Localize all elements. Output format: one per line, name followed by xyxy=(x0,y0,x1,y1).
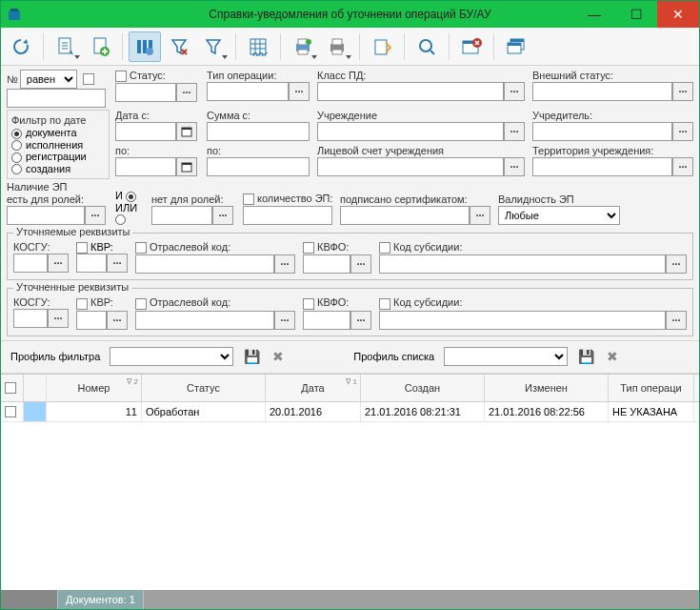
table-row[interactable]: 11Обработан20.01.201621.01.2016 08:21:31… xyxy=(1,402,699,422)
grid-view-button[interactable]: 999.99 xyxy=(242,31,274,62)
g1-otr-checkbox[interactable] xyxy=(135,242,147,254)
status-input[interactable] xyxy=(115,83,176,102)
status-checkbox[interactable] xyxy=(115,71,127,82)
ep-count-checkbox[interactable] xyxy=(243,193,254,205)
new-document-button[interactable] xyxy=(84,31,116,62)
status-browse-button[interactable]: ··· xyxy=(176,83,197,102)
datefrom-input[interactable] xyxy=(115,122,176,141)
sumto-input[interactable] xyxy=(207,157,310,176)
filter-button[interactable] xyxy=(197,31,230,62)
g2-kosgu-browse[interactable]: ··· xyxy=(48,309,69,328)
g1-kvr-browse[interactable]: ··· xyxy=(107,254,128,273)
uchr-input[interactable] xyxy=(317,122,504,141)
sumfrom-input[interactable] xyxy=(207,122,310,141)
g2-kvr-input[interactable] xyxy=(76,311,107,330)
g1-kvfo-checkbox[interactable] xyxy=(303,242,314,254)
list-profile-select[interactable] xyxy=(444,347,568,366)
row-checkbox[interactable] xyxy=(5,406,16,417)
date-reg-radio[interactable] xyxy=(11,152,22,163)
column-header[interactable]: Статус xyxy=(142,375,266,401)
g1-ksub-browse[interactable]: ··· xyxy=(666,254,687,274)
g1-otr-input[interactable] xyxy=(135,254,274,274)
windows-button[interactable] xyxy=(500,31,532,62)
print2-button[interactable] xyxy=(321,31,353,62)
dateto-input[interactable] xyxy=(115,157,176,176)
column-header[interactable]: Тип операци xyxy=(609,375,694,401)
datefrom-cal-button[interactable] xyxy=(176,122,197,141)
number-checkbox[interactable] xyxy=(83,73,94,85)
classpd-input[interactable] xyxy=(317,82,504,101)
g2-kvfo-browse[interactable]: ··· xyxy=(350,311,371,330)
dateto-cal-button[interactable] xyxy=(176,157,197,176)
select-all-checkbox[interactable] xyxy=(5,382,16,394)
column-header[interactable]: Номер∇ 2 xyxy=(47,375,142,401)
g2-otr-input[interactable] xyxy=(135,311,274,330)
g1-ksub-checkbox[interactable] xyxy=(379,242,390,254)
optype-browse-button[interactable]: ··· xyxy=(289,82,310,101)
number-input[interactable] xyxy=(7,89,106,108)
terr-input[interactable] xyxy=(532,157,672,176)
g2-kvfo-input[interactable] xyxy=(303,311,350,330)
list-profile-delete-button[interactable]: ✖ xyxy=(604,348,621,365)
filter-clear-button[interactable] xyxy=(163,31,195,62)
g1-kvr-checkbox[interactable] xyxy=(76,242,88,254)
g2-ksub-checkbox[interactable] xyxy=(379,298,390,310)
uchred-input[interactable] xyxy=(532,122,672,141)
optype-input[interactable] xyxy=(207,82,289,101)
and-radio[interactable] xyxy=(126,192,136,202)
signed-cert-input[interactable] xyxy=(340,206,470,225)
ep-yes-input[interactable] xyxy=(7,206,85,225)
document-button[interactable] xyxy=(50,31,82,62)
extstatus-browse-button[interactable]: ··· xyxy=(672,82,693,101)
date-exec-radio[interactable] xyxy=(11,140,22,151)
ep-yes-browse-button[interactable]: ··· xyxy=(85,206,106,225)
close-button[interactable]: ✕ xyxy=(657,1,699,28)
ep-count-input[interactable] xyxy=(243,206,332,225)
column-header[interactable]: Дата∇ 1 xyxy=(266,375,361,401)
filter-profile-delete-button[interactable]: ✖ xyxy=(270,348,287,365)
g2-otr-browse[interactable]: ··· xyxy=(274,311,295,330)
or-radio[interactable] xyxy=(115,214,126,225)
uchred-browse-button[interactable]: ··· xyxy=(672,122,693,141)
column-header[interactable]: Изменен xyxy=(485,375,609,401)
g2-kvfo-checkbox[interactable] xyxy=(303,298,314,310)
export-button[interactable] xyxy=(366,31,398,62)
date-create-radio[interactable] xyxy=(11,164,22,174)
g2-kvr-checkbox[interactable] xyxy=(76,298,88,310)
g1-kosgu-input[interactable] xyxy=(13,254,48,273)
refresh-button[interactable] xyxy=(5,31,37,62)
minimize-button[interactable]: — xyxy=(573,1,615,28)
g2-ksub-input[interactable] xyxy=(379,311,666,330)
g1-otr-browse[interactable]: ··· xyxy=(274,254,295,274)
grid-body[interactable]: 11Обработан20.01.201621.01.2016 08:21:31… xyxy=(1,402,699,590)
g1-kvfo-input[interactable] xyxy=(303,254,350,274)
maximize-button[interactable]: ☐ xyxy=(615,1,657,28)
g1-kosgu-browse[interactable]: ··· xyxy=(48,254,69,273)
close-screen-button[interactable] xyxy=(455,31,488,62)
signed-cert-browse-button[interactable]: ··· xyxy=(470,206,490,225)
columns-button[interactable] xyxy=(129,31,161,62)
lic-browse-button[interactable]: ··· xyxy=(504,157,525,176)
g2-kosgu-input[interactable] xyxy=(13,309,48,328)
g1-kvr-input[interactable] xyxy=(76,254,107,273)
date-doc-radio[interactable] xyxy=(11,129,22,139)
terr-browse-button[interactable]: ··· xyxy=(672,157,693,176)
g1-ksub-input[interactable] xyxy=(379,254,666,274)
g1-kvfo-browse[interactable]: ··· xyxy=(350,254,371,274)
lic-input[interactable] xyxy=(317,157,504,176)
column-header[interactable]: Создан xyxy=(361,375,485,401)
ep-no-browse-button[interactable]: ··· xyxy=(212,206,233,225)
list-profile-save-button[interactable]: 💾 xyxy=(577,348,594,365)
print-button[interactable] xyxy=(287,31,319,62)
search-button[interactable] xyxy=(410,31,443,62)
uchr-browse-button[interactable]: ··· xyxy=(504,122,525,141)
extstatus-input[interactable] xyxy=(532,82,672,101)
g2-ksub-browse[interactable]: ··· xyxy=(666,311,687,330)
g2-kvr-browse[interactable]: ··· xyxy=(107,311,128,330)
classpd-browse-button[interactable]: ··· xyxy=(504,82,525,101)
g2-otr-checkbox[interactable] xyxy=(135,298,147,310)
filter-profile-select[interactable] xyxy=(110,347,233,366)
number-op-select[interactable]: равен xyxy=(20,70,77,89)
filter-profile-save-button[interactable]: 💾 xyxy=(243,348,260,365)
valid-ep-select[interactable]: Любые xyxy=(498,206,620,225)
